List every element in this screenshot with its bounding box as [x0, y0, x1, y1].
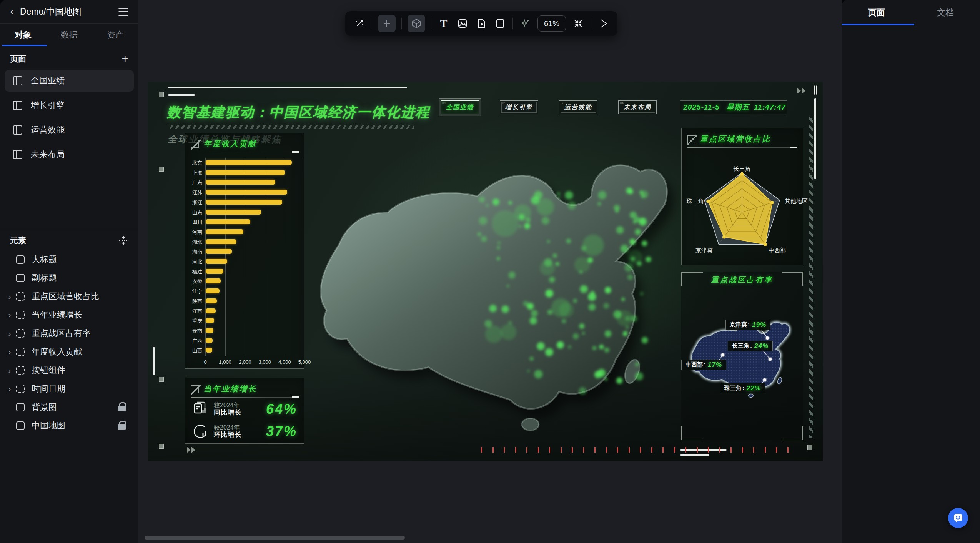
- timeline-tick: [538, 447, 539, 453]
- right-tab-1[interactable]: 文档: [911, 0, 980, 25]
- element-item-label: 按钮组件: [32, 365, 135, 376]
- magic-wand-icon[interactable]: [353, 17, 366, 30]
- expand-chevron-icon[interactable]: ›: [4, 292, 15, 301]
- bar: [206, 298, 217, 303]
- growth-panel-title: 当年业绩增长: [204, 384, 257, 394]
- bar-category-label: 江西: [189, 308, 202, 315]
- video-file-icon[interactable]: [475, 17, 488, 30]
- dashboard-artboard[interactable]: 数智基建驱动：中国区域经济一体化进程 全球业绩总览与战略聚焦 2025-11-5…: [148, 82, 823, 461]
- map-region-tag[interactable]: 中西部17%: [681, 360, 726, 370]
- weekday-value: 星期五: [723, 101, 753, 114]
- 3d-cube-button[interactable]: [408, 15, 425, 32]
- add-page-button[interactable]: +: [121, 53, 128, 65]
- bar-category-label: 重庆: [189, 318, 202, 325]
- page-item[interactable]: 全国业绩: [5, 70, 134, 92]
- panel-separator: [687, 147, 797, 148]
- expand-chevron-icon[interactable]: ›: [4, 329, 15, 338]
- map-region-tag[interactable]: 京津冀19%: [725, 320, 770, 330]
- element-item[interactable]: ›按钮组件: [4, 361, 135, 380]
- element-item[interactable]: 背景图: [4, 398, 135, 416]
- chat-smiley-icon: [952, 512, 964, 524]
- bar-category-label: 安徽: [189, 278, 202, 285]
- element-item[interactable]: 大标题: [4, 250, 135, 269]
- selection-handle[interactable]: [159, 444, 164, 449]
- timeline-tick: [719, 447, 720, 453]
- page-item[interactable]: 未来布局: [5, 144, 134, 165]
- play-button[interactable]: [597, 17, 610, 30]
- element-item[interactable]: ›当年业绩增长: [4, 306, 135, 324]
- page-item-label: 增长引擎: [31, 100, 65, 111]
- lock-icon[interactable]: [118, 402, 126, 412]
- selection-handle[interactable]: [159, 92, 164, 97]
- bar-x-axis: 01,0002,0003,0004,0005,000: [205, 359, 304, 366]
- active-tab-underline: [842, 24, 914, 25]
- expand-chevron-icon[interactable]: ›: [4, 366, 15, 375]
- fast-forward-icon[interactable]: [796, 87, 807, 95]
- element-item[interactable]: ›年度收入贡献: [4, 343, 135, 361]
- header-deco-line-long: [168, 87, 407, 88]
- bar-category-label: 山西: [189, 347, 202, 354]
- card-layout-icon[interactable]: [494, 17, 507, 30]
- timeline-tick: [730, 447, 732, 453]
- dashboard-nav-button[interactable]: 01全国业绩: [441, 100, 479, 114]
- bar-category-label: 山东: [189, 209, 202, 216]
- element-item[interactable]: ›重点战区占有率: [4, 324, 135, 343]
- tab-1[interactable]: 数据: [46, 29, 92, 41]
- panel-separator: [191, 152, 299, 152]
- tab-2[interactable]: 资产: [92, 29, 138, 41]
- timeline-tick: [753, 447, 754, 453]
- bar-category-label: 北京: [189, 160, 202, 167]
- horizontal-scrollbar[interactable]: [145, 536, 405, 540]
- expand-chevron-icon[interactable]: ›: [4, 311, 15, 320]
- image-tool-icon[interactable]: [456, 17, 469, 30]
- selection-handle[interactable]: [807, 445, 812, 450]
- sparkles-icon[interactable]: [519, 17, 532, 30]
- back-icon[interactable]: ‹: [10, 5, 14, 17]
- bar-chart-title: 年度收入贡献: [204, 138, 257, 149]
- map-region-tag[interactable]: 珠三角22%: [720, 383, 765, 393]
- text-tool-icon[interactable]: T: [437, 17, 450, 30]
- insert-plus-button[interactable]: [378, 15, 396, 32]
- stat-prefix: 较2024年: [214, 402, 241, 409]
- radar-panel[interactable]: 重点区域营收占比 长三角其他地区中西部京津冀珠三角: [681, 128, 803, 265]
- title-hatch-strip: [168, 125, 414, 129]
- group-icon: [16, 348, 25, 356]
- expand-chevron-icon[interactable]: ›: [4, 348, 15, 356]
- map-panel-title: 重点战区占有率: [681, 275, 803, 285]
- element-item[interactable]: 中国地图: [4, 416, 135, 435]
- dashboard-nav-button[interactable]: 02增长引擎: [500, 100, 538, 114]
- dashboard-nav-button[interactable]: 03运营效能: [559, 100, 597, 114]
- axis-tick-label: 5,000: [298, 359, 311, 365]
- map-region-name: 中西部: [686, 361, 705, 368]
- map-region-tag[interactable]: 长三角24%: [728, 341, 773, 351]
- right-tab-0[interactable]: 页面: [842, 0, 911, 25]
- element-item-label: 重点区域营收占比: [32, 291, 135, 302]
- selection-handle[interactable]: [159, 167, 164, 172]
- menu-icon[interactable]: [118, 8, 128, 16]
- help-chat-button[interactable]: [948, 508, 968, 528]
- bar-category-label: 辽宁: [189, 288, 202, 295]
- expand-chevron-icon[interactable]: ›: [4, 385, 15, 393]
- warzone-map-panel[interactable]: 重点战区占有率: [681, 272, 803, 440]
- tab-0[interactable]: 对象: [0, 29, 46, 41]
- timeline-tick: [708, 447, 709, 453]
- selection-handle[interactable]: [159, 377, 164, 382]
- shape-icon: [16, 403, 25, 411]
- growth-stats-panel[interactable]: 当年业绩增长 较2024年 同比增长 64%: [185, 378, 304, 444]
- fit-collapse-icon[interactable]: [572, 17, 585, 30]
- revenue-bar-panel[interactable]: 年度收入贡献 北京上海广东江苏浙江山东四川河南湖北湖南河北福建安徽辽宁陕西江西重…: [185, 133, 304, 369]
- dashboard-nav-button[interactable]: 04未来布局: [618, 100, 657, 114]
- artboard-scroll-indicator[interactable]: [814, 98, 816, 179]
- timeline-tick: [787, 447, 789, 453]
- element-item[interactable]: ›时间日期: [4, 380, 135, 398]
- zoom-level-button[interactable]: 61%: [537, 15, 566, 32]
- page-item[interactable]: 增长引擎: [5, 95, 134, 116]
- page-item[interactable]: 运营效能: [5, 119, 134, 141]
- yoy-growth-value: 64%: [266, 401, 297, 417]
- collapse-all-icon[interactable]: [118, 235, 128, 245]
- lock-icon[interactable]: [118, 421, 126, 431]
- element-item[interactable]: 副标题: [4, 269, 135, 287]
- fast-forward-icon[interactable]: [186, 446, 197, 454]
- editor-canvas[interactable]: T 61%: [138, 0, 842, 543]
- element-item[interactable]: ›重点区域营收占比: [4, 287, 135, 306]
